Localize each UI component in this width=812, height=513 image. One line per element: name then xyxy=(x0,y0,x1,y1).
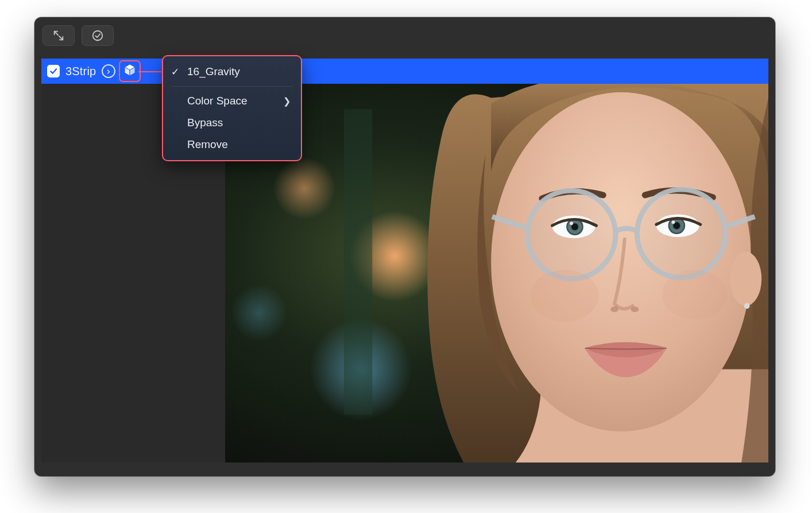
svg-point-22 xyxy=(610,306,618,312)
circle-arrow-right-icon xyxy=(105,65,112,78)
menu-item-label: 16_Gravity xyxy=(187,65,240,78)
lut-cube-button[interactable] xyxy=(121,63,138,80)
layer-navigate-button[interactable] xyxy=(102,64,115,78)
lut-context-menu: ✓ 16_Gravity Color Space ❯ Bypass Remove xyxy=(162,55,302,161)
expand-button[interactable] xyxy=(42,25,75,46)
svg-point-2 xyxy=(93,31,103,41)
preview-viewer[interactable] xyxy=(225,84,768,463)
layer-name: 3Strip xyxy=(65,65,96,78)
svg-point-7 xyxy=(231,285,288,341)
svg-point-23 xyxy=(631,306,639,312)
svg-line-0 xyxy=(55,32,58,35)
apply-button[interactable] xyxy=(82,25,114,46)
preview-image xyxy=(225,84,768,463)
svg-point-20 xyxy=(528,192,614,278)
layer-header[interactable]: 3Strip xyxy=(41,59,768,84)
content-area: 3Strip xyxy=(41,59,768,463)
menu-separator xyxy=(171,86,293,87)
expand-diagonal-icon xyxy=(52,29,65,42)
menu-item-label: Bypass xyxy=(187,116,223,129)
checkmark-icon: ✓ xyxy=(171,66,179,78)
app-window: 3Strip xyxy=(34,17,775,476)
checkmark-circle-icon xyxy=(91,29,104,42)
svg-point-24 xyxy=(730,252,761,306)
svg-point-26 xyxy=(531,270,598,322)
menu-item-label: Color Space xyxy=(187,95,248,107)
toolbar xyxy=(34,17,775,54)
annotation-connector xyxy=(138,71,161,72)
menu-item-label: Remove xyxy=(187,138,228,151)
menu-item-color-space[interactable]: Color Space ❯ xyxy=(163,90,301,112)
menu-item-selected-lut[interactable]: ✓ 16_Gravity xyxy=(163,61,301,83)
svg-point-5 xyxy=(273,157,335,219)
menu-item-bypass[interactable]: Bypass xyxy=(163,112,301,134)
svg-point-25 xyxy=(744,303,750,309)
chevron-right-icon: ❯ xyxy=(283,96,291,107)
cube-icon xyxy=(123,63,137,80)
layer-checkbox[interactable] xyxy=(47,65,60,77)
svg-point-27 xyxy=(662,270,728,320)
svg-point-21 xyxy=(638,191,724,277)
svg-rect-8 xyxy=(344,109,372,414)
checkmark-icon xyxy=(49,67,58,76)
menu-item-remove[interactable]: Remove xyxy=(163,134,301,156)
svg-line-1 xyxy=(59,36,63,40)
